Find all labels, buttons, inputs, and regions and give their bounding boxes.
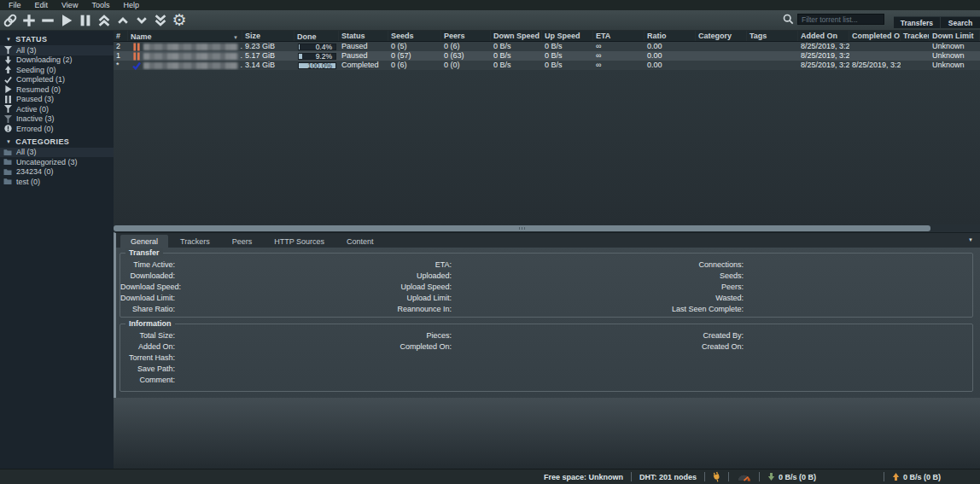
column-header-down-limit[interactable]: Down Limit — [930, 31, 980, 41]
search-icon — [783, 14, 794, 25]
sidebar-item-downloading[interactable]: Downloading (2) — [0, 55, 114, 66]
queue-bottom-icon[interactable] — [151, 11, 170, 30]
options-gear-icon[interactable]: ⚙ — [170, 11, 189, 30]
tab-trackers[interactable]: Trackers — [170, 235, 220, 248]
column-header-ratio[interactable]: Ratio — [645, 31, 696, 41]
completed-check-icon — [132, 61, 141, 70]
upload-speed-status[interactable]: 0 B/s (0 B) — [892, 473, 941, 481]
sidebar-item-inactive[interactable]: Inactive (3) — [0, 114, 114, 125]
pause-icon[interactable] — [76, 11, 95, 30]
label-total-size: Total Size: — [120, 330, 175, 341]
resume-icon[interactable] — [57, 11, 76, 30]
main-window-tabs: Transfers Search — [894, 16, 980, 28]
label-created-on: Created On: — [452, 341, 744, 353]
column-header-peers[interactable]: Peers — [441, 31, 491, 41]
torrent-table-header: # Name▼ Size Done Status Seeds Peers Dow… — [114, 31, 980, 42]
delete-icon[interactable] — [38, 11, 57, 30]
tab-content[interactable]: Content — [336, 235, 384, 248]
column-header-name[interactable]: Name▼ — [128, 31, 242, 41]
sidebar-category-uncategorized[interactable]: Uncategorized (3) — [0, 157, 114, 167]
column-header-down-speed[interactable]: Down Speed — [491, 31, 542, 41]
column-header-completed-on[interactable]: Completed On — [849, 31, 901, 41]
folder-icon — [3, 158, 12, 166]
column-header-added-on[interactable]: Added On — [798, 31, 849, 41]
sidebar-item-paused[interactable]: Paused (3) — [0, 95, 114, 105]
download-arrow-icon — [3, 55, 12, 64]
sidebar-item-all-status[interactable]: All (3) — [0, 45, 114, 55]
information-groupbox: Information Total Size: Added On: Torren… — [120, 324, 973, 392]
menu-view[interactable]: View — [55, 0, 85, 10]
up-arrow-icon — [892, 473, 900, 481]
scrollbar-grip — [519, 227, 526, 230]
column-header-seeds[interactable]: Seeds — [388, 31, 441, 41]
menu-edit[interactable]: Edit — [28, 0, 55, 10]
paused-state-icon — [132, 52, 141, 61]
sidebar-item-seeding[interactable]: Seeding (0) — [0, 65, 114, 75]
torrent-name-redacted — [143, 44, 238, 50]
progress-bar: 9.2% — [298, 53, 336, 60]
column-header-tracker[interactable]: Tracker — [901, 31, 930, 41]
detail-tab-bar: General Trackers Peers HTTP Sources Cont… — [114, 232, 980, 248]
column-header-size[interactable]: Size — [242, 31, 295, 41]
sidebar-item-errored[interactable]: Errored (0) — [0, 124, 114, 134]
panel-filler-area — [114, 398, 980, 469]
dht-nodes-status: DHT: 201 nodes — [639, 473, 697, 481]
statusbar-divider — [704, 472, 705, 481]
torrent-row[interactable]: 2 . 9.23 GiB 0.4% Paused 0 (5) 0 (6) 0 B… — [114, 42, 980, 51]
add-torrent-icon[interactable] — [20, 11, 38, 30]
column-header-done[interactable]: Done — [295, 31, 339, 41]
menu-tools[interactable]: Tools — [85, 0, 116, 10]
column-header-queue[interactable]: # — [114, 31, 128, 41]
menu-bar: File Edit View Tools Help — [0, 0, 980, 10]
free-space-status: Free space: Unknown — [544, 473, 623, 481]
alt-speed-gauge-icon[interactable] — [737, 473, 751, 481]
sidebar-category-all[interactable]: All (3) — [0, 148, 114, 158]
menu-file[interactable]: File — [2, 0, 28, 10]
categories-section-header[interactable]: ▼ CATEGORIES — [0, 136, 114, 148]
sidebar-category-234234[interactable]: 234234 (0) — [0, 167, 114, 178]
column-header-tags[interactable]: Tags — [747, 31, 798, 41]
panel-collapse-icon[interactable]: ▼ — [968, 237, 973, 242]
sort-descending-icon: ▼ — [233, 35, 238, 40]
menu-help[interactable]: Help — [116, 0, 146, 10]
sidebar-item-completed[interactable]: Completed (1) — [0, 75, 114, 85]
folder-icon — [3, 148, 12, 156]
status-section-header[interactable]: ▼ STATUS — [0, 33, 114, 45]
statusbar-divider — [728, 472, 729, 481]
torrent-row[interactable]: 1 . 5.17 GiB 9.2% Paused 0 (57) 0 (63) 0… — [114, 51, 980, 61]
label-eta: ETA: — [175, 259, 452, 271]
filter-sidebar: ▼ STATUS All (3) Downloading (2) Seeding… — [0, 31, 114, 469]
column-header-status[interactable]: Status — [339, 31, 388, 41]
filter-torrent-input[interactable] — [797, 14, 884, 25]
statusbar-divider — [759, 472, 760, 481]
tab-general[interactable]: General — [120, 235, 168, 248]
queue-top-icon[interactable] — [95, 11, 114, 30]
sidebar-category-test[interactable]: test (0) — [0, 177, 114, 187]
tab-peers[interactable]: Peers — [222, 235, 263, 248]
connection-status-plug-icon[interactable] — [713, 472, 720, 482]
tab-search[interactable]: Search — [940, 17, 980, 28]
general-panel: Transfer Time Active: Downloaded: Downlo… — [114, 248, 980, 398]
label-connections: Connections: — [452, 259, 744, 271]
column-header-up-speed[interactable]: Up Speed — [542, 31, 593, 41]
sidebar-item-active[interactable]: Active (0) — [0, 104, 114, 114]
column-header-category[interactable]: Category — [696, 31, 747, 41]
tab-http-sources[interactable]: HTTP Sources — [264, 235, 335, 248]
label-pieces: Pieces: — [175, 330, 452, 341]
torrent-row[interactable]: * . 3.14 GiB 100.0% Completed 0 (6) 0 (0… — [114, 61, 980, 70]
download-speed-status[interactable]: 0 B/s (0 B) — [767, 473, 816, 481]
column-header-eta[interactable]: ETA — [593, 31, 645, 41]
label-wasted: Wasted: — [452, 293, 744, 304]
scrollbar-thumb[interactable] — [114, 225, 930, 231]
status-bar: Free space: Unknown DHT: 201 nodes 0 B/s… — [0, 469, 980, 484]
queue-down-icon[interactable] — [132, 11, 151, 30]
tab-transfers[interactable]: Transfers — [894, 17, 940, 28]
horizontal-scrollbar[interactable] — [114, 225, 980, 232]
add-link-icon[interactable] — [1, 11, 20, 30]
queue-up-icon[interactable] — [114, 11, 132, 30]
progress-bar: 0.4% — [298, 44, 336, 50]
progress-bar: 100.0% — [298, 62, 336, 69]
transfer-groupbox: Transfer Time Active: Downloaded: Downlo… — [120, 253, 973, 318]
sidebar-item-resumed[interactable]: Resumed (0) — [0, 85, 114, 95]
collapse-caret-icon: ▼ — [6, 37, 11, 42]
